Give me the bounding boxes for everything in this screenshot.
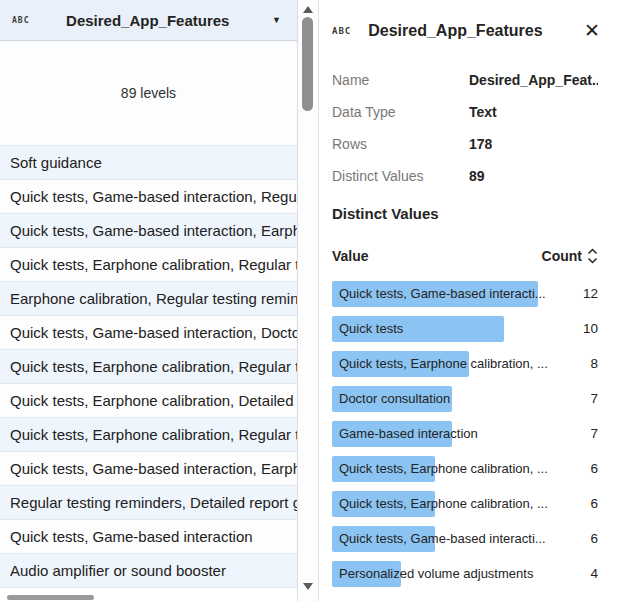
count-cell: 7: [590, 417, 598, 451]
close-icon[interactable]: ✕: [582, 19, 602, 42]
column-title: Desired_App_Features: [29, 12, 266, 29]
table-row[interactable]: Personalized volume adjustments 4: [332, 557, 598, 592]
field-label: Name: [332, 72, 469, 88]
field-distinct-values: Distinct Values 89: [332, 160, 598, 192]
summary-fields: Name Desired_App_Feat... Data Type Text …: [332, 64, 598, 192]
column-preview-panel: ABC Desired_App_Features ▼ 89 levels Sof…: [0, 0, 318, 601]
list-item[interactable]: Quick tests, Game-based interaction, Ear…: [0, 214, 297, 248]
list-item[interactable]: Regular testing reminders, Detailed repo…: [0, 486, 297, 520]
value-cell: Quick tests: [332, 312, 598, 346]
distinct-values-table-header: Value Count: [332, 248, 598, 264]
list-item[interactable]: Quick tests, Game-based interaction: [0, 520, 297, 554]
value-cell: Quick tests, Earphone calibration, ...: [332, 347, 598, 381]
value-cell: Personalized volume adjustments: [332, 557, 598, 591]
count-cell: 6: [590, 487, 598, 521]
table-row[interactable]: Quick tests, Game-based interacti... 6: [332, 522, 598, 557]
column-header[interactable]: ABC Desired_App_Features ▼: [0, 0, 297, 41]
list-item[interactable]: Quick tests, Game-based interaction, Reg…: [0, 180, 297, 214]
abc-text-type-icon: ABC: [12, 16, 29, 25]
table-row[interactable]: Game-based interaction 7: [332, 417, 598, 452]
count-column-header[interactable]: Count: [542, 248, 598, 264]
table-row[interactable]: Quick tests, Earphone calibration, ... 6: [332, 487, 598, 522]
scroll-down-arrow-icon[interactable]: [298, 579, 318, 593]
value-cell: Quick tests, Game-based interacti...: [332, 277, 598, 311]
list-item[interactable]: Audio amplifier or sound booster: [0, 554, 297, 588]
levels-summary-text: 89 levels: [121, 85, 176, 101]
count-cell: 4: [590, 557, 598, 591]
distinct-values-section-title: Distinct Values: [332, 205, 598, 222]
field-value: Desired_App_Feat...: [469, 72, 598, 88]
column-profile-view: ABC Desired_App_Features ▼ 89 levels Sof…: [0, 0, 620, 601]
field-value: Text: [469, 104, 497, 120]
horizontal-scrollbar-thumb[interactable]: [7, 595, 94, 600]
list-item[interactable]: Quick tests, Game-based interaction, Doc…: [0, 316, 297, 350]
abc-text-type-icon: ABC: [332, 26, 351, 36]
field-data-type: Data Type Text: [332, 96, 598, 128]
count-cell: 7: [590, 382, 598, 416]
table-row[interactable]: Quick tests, Earphone calibration, ... 6: [332, 452, 598, 487]
details-title: Desired_App_Features: [368, 22, 582, 40]
distinct-values-table: Quick tests, Game-based interacti... 12 …: [332, 277, 598, 592]
list-item[interactable]: Quick tests, Earphone calibration, Regul…: [0, 248, 297, 282]
table-row[interactable]: Doctor consultation 7: [332, 382, 598, 417]
field-value: 89: [469, 168, 485, 184]
value-column-header: Value: [332, 248, 542, 264]
count-cell: 6: [590, 522, 598, 556]
list-item[interactable]: Quick tests, Earphone calibration, Detai…: [0, 384, 297, 418]
column-preview-content: ABC Desired_App_Features ▼ 89 levels Sof…: [0, 0, 298, 601]
vertical-scrollbar[interactable]: [298, 0, 318, 601]
list-item[interactable]: Earphone calibration, Regular testing re…: [0, 282, 297, 316]
value-cell: Quick tests, Earphone calibration, ...: [332, 487, 598, 521]
field-label: Distinct Values: [332, 168, 469, 184]
horizontal-scrollbar[interactable]: [0, 595, 298, 601]
value-cell: Quick tests, Earphone calibration, ...: [332, 452, 598, 486]
scroll-up-arrow-icon[interactable]: [298, 2, 318, 16]
list-item[interactable]: Quick tests, Game-based interaction, Ear…: [0, 452, 297, 486]
count-column-header-label: Count: [542, 248, 582, 264]
field-rows: Rows 178: [332, 128, 598, 160]
count-cell: 8: [590, 347, 598, 381]
field-value: 178: [469, 136, 492, 152]
details-header: ABC Desired_App_Features ✕: [332, 0, 598, 42]
table-row[interactable]: Quick tests, Game-based interacti... 12: [332, 277, 598, 312]
table-row[interactable]: Quick tests 10: [332, 312, 598, 347]
sort-up-down-icon[interactable]: [587, 248, 598, 264]
vertical-scrollbar-thumb[interactable]: [302, 17, 313, 111]
value-cell: Game-based interaction: [332, 417, 598, 451]
value-cell: Doctor consultation: [332, 382, 598, 416]
list-item[interactable]: Quick tests, Earphone calibration, Regul…: [0, 350, 297, 384]
count-cell: 10: [583, 312, 598, 346]
count-cell: 12: [583, 277, 598, 311]
field-name: Name Desired_App_Feat...: [332, 64, 598, 96]
field-label: Data Type: [332, 104, 469, 120]
chevron-down-icon[interactable]: ▼: [266, 13, 287, 27]
list-item[interactable]: Quick tests, Earphone calibration, Regul…: [0, 418, 297, 452]
list-item[interactable]: Soft guidance: [0, 146, 297, 180]
value-cell: Quick tests, Game-based interacti...: [332, 522, 598, 556]
value-list: Soft guidanceQuick tests, Game-based int…: [0, 146, 297, 588]
count-cell: 6: [590, 452, 598, 486]
levels-summary-box: 89 levels: [0, 41, 297, 146]
table-row[interactable]: Quick tests, Earphone calibration, ... 8: [332, 347, 598, 382]
field-label: Rows: [332, 136, 469, 152]
column-details-panel: ABC Desired_App_Features ✕ Name Desired_…: [318, 0, 620, 601]
